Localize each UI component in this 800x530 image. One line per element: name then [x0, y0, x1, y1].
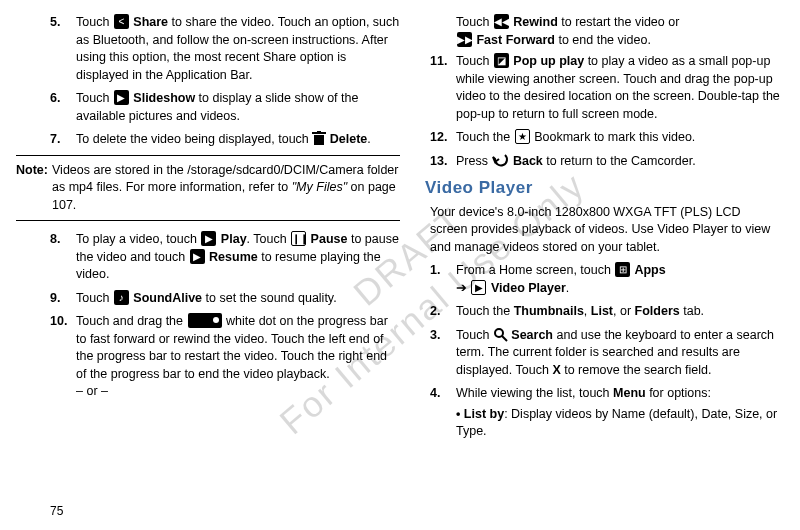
progress-dot-icon	[188, 313, 222, 328]
note-label: Note:	[16, 162, 52, 215]
section-heading-video-player: Video Player	[425, 176, 780, 200]
step-number: 2.	[430, 303, 456, 321]
step-body: Touch ◪ Pop up play to play a video as a…	[456, 53, 780, 123]
vp-step-2: 2. Touch the Thumbnails, List, or Folder…	[430, 303, 780, 321]
slideshow-icon: ▶	[114, 90, 129, 105]
step-number: 5.	[50, 14, 76, 84]
step-7: 7. To delete the video being displayed, …	[50, 131, 400, 149]
step-8: 8. To play a video, touch ▶ Play. Touch …	[50, 231, 400, 284]
svg-rect-2	[317, 131, 321, 132]
step-number: 11.	[430, 53, 456, 123]
step-body: Touch ♪ SoundAlive to set the sound qual…	[76, 290, 400, 308]
step-6: 6. Touch ▶ Slideshow to display a slide …	[50, 90, 400, 125]
vp-step-3: 3. Touch Search and use the keyboard to …	[430, 327, 780, 380]
video-player-intro: Your device's 8.0-inch 1280x800 WXGA TFT…	[430, 204, 780, 257]
step-body: To delete the video being displayed, tou…	[76, 131, 400, 149]
step-5: 5. Touch < Share to share the video. Tou…	[50, 14, 400, 84]
vp-step-4: 4. While viewing the list, touch Menu fo…	[430, 385, 780, 441]
svg-rect-0	[314, 135, 324, 145]
step-9: 9. Touch ♪ SoundAlive to set the sound q…	[50, 290, 400, 308]
video-player-icon: ▶	[471, 280, 486, 295]
page-number: 75	[50, 503, 63, 520]
step-body: To play a video, touch ▶ Play. Touch ❙❙ …	[76, 231, 400, 284]
step-body: Press Back to return to the Camcorder.	[456, 153, 780, 171]
content-columns: 5. Touch < Share to share the video. Tou…	[0, 0, 800, 453]
step-body: Touch and drag the white dot on the prog…	[76, 313, 400, 401]
step-number: 8.	[50, 231, 76, 284]
search-icon	[493, 327, 508, 342]
step-number: 12.	[430, 129, 456, 147]
step-body: Touch the ★ Bookmark to mark this video.	[456, 129, 780, 147]
share-icon: <	[114, 14, 129, 29]
list-by-bullet: • List by: Display videos by Name (defau…	[456, 406, 780, 441]
note-body: Videos are stored in the /storage/sdcard…	[52, 162, 400, 215]
step-body: Touch the Thumbnails, List, or Folders t…	[456, 303, 780, 321]
soundalive-icon: ♪	[114, 290, 129, 305]
step-number: 1.	[430, 262, 456, 297]
step-10: 10. Touch and drag the white dot on the …	[50, 313, 400, 401]
pause-icon: ❙❙	[291, 231, 306, 246]
fast-forward-icon: ▶▶	[457, 32, 472, 47]
rewind-icon: ◀◀	[494, 14, 509, 29]
step-body: From a Home screen, touch ⊞ Apps ➔ ▶ Vid…	[456, 262, 780, 297]
note-block: Note: Videos are stored in the /storage/…	[16, 155, 400, 222]
step-12: 12. Touch the ★ Bookmark to mark this vi…	[430, 129, 780, 147]
step-number: 4.	[430, 385, 456, 441]
step-number: 9.	[50, 290, 76, 308]
or-divider: – or –	[76, 383, 400, 401]
step-number: 6.	[50, 90, 76, 125]
step-number: 10.	[50, 313, 76, 401]
popup-play-icon: ◪	[494, 53, 509, 68]
apps-icon: ⊞	[615, 262, 630, 277]
step-body: Touch < Share to share the video. Touch …	[76, 14, 400, 84]
play-icon: ▶	[201, 231, 216, 246]
back-icon	[491, 153, 509, 168]
step-number: 13.	[430, 153, 456, 171]
step-body: Touch Search and use the keyboard to ent…	[456, 327, 780, 380]
rewind-ff-line: Touch ◀◀ Rewind to restart the video or …	[456, 14, 780, 49]
svg-rect-1	[312, 132, 326, 134]
vp-step-1: 1. From a Home screen, touch ⊞ Apps ➔ ▶ …	[430, 262, 780, 297]
step-number: 7.	[50, 131, 76, 149]
right-column: Touch ◀◀ Rewind to restart the video or …	[430, 14, 780, 447]
svg-line-4	[502, 336, 507, 341]
step-13: 13. Press Back to return to the Camcorde…	[430, 153, 780, 171]
step-number: 3.	[430, 327, 456, 380]
svg-point-3	[495, 329, 503, 337]
step-body: While viewing the list, touch Menu for o…	[456, 385, 780, 441]
left-column: 5. Touch < Share to share the video. Tou…	[50, 14, 400, 447]
step-body: Touch ▶ Slideshow to display a slide sho…	[76, 90, 400, 125]
bookmark-icon: ★	[515, 129, 530, 144]
step-11: 11. Touch ◪ Pop up play to play a video …	[430, 53, 780, 123]
delete-icon	[312, 131, 326, 146]
resume-icon: ▶	[190, 249, 205, 264]
